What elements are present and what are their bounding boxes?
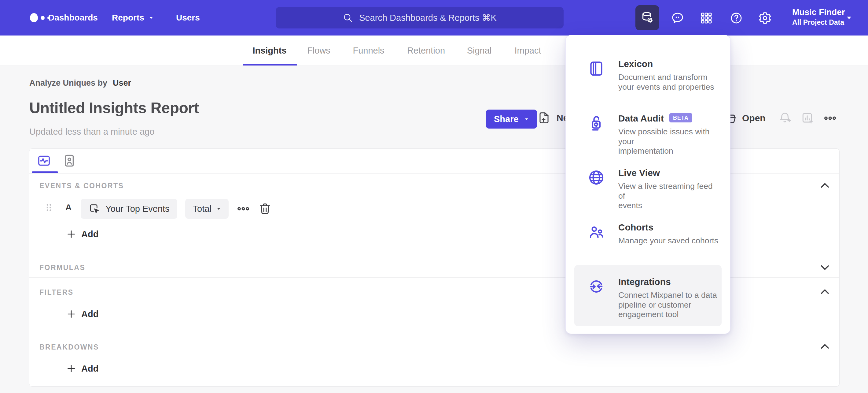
create-alert-button[interactable] — [778, 111, 792, 125]
project-scope: All Project Data — [792, 18, 845, 27]
event-name: Your Top Events — [105, 204, 169, 214]
add-to-dashboard-button[interactable] — [801, 111, 815, 125]
logo-dot-icon — [30, 13, 38, 22]
beta-badge: BETA — [669, 113, 692, 122]
menu-item-title: Data Audit — [618, 113, 664, 124]
nav-dashboards[interactable]: Dashboards — [48, 0, 98, 35]
tab-user-profiles[interactable] — [60, 152, 79, 170]
expand-formulas-button[interactable] — [818, 260, 832, 274]
open-label: Open — [742, 113, 766, 123]
feedback-button[interactable] — [668, 8, 687, 28]
nav-reports-label: Reports — [112, 13, 144, 23]
nav-reports[interactable]: Reports — [112, 0, 154, 35]
delete-event-button[interactable] — [258, 202, 272, 216]
analyze-label: Analyze Uniques by — [29, 78, 107, 88]
menu-item-text: Live View View a live streaming feed of … — [618, 167, 720, 210]
project-name: Music Finder — [792, 7, 845, 18]
add-event-button[interactable]: Add — [66, 226, 98, 242]
more-actions-button[interactable] — [824, 111, 837, 125]
tab-retention[interactable]: Retention — [407, 35, 445, 66]
metric-name: Total — [193, 204, 212, 214]
add-breakdown-button[interactable]: Add — [66, 361, 98, 376]
metric-selector-chip[interactable]: Total — [185, 199, 228, 219]
menu-item-live-view[interactable]: Live View View a live streaming feed of … — [587, 167, 720, 210]
divider — [29, 334, 839, 334]
data-management-button[interactable] — [636, 5, 659, 30]
tab-insights-chart[interactable] — [34, 152, 54, 170]
tab-flows[interactable]: Flows — [307, 35, 331, 66]
document-plus-icon — [537, 111, 551, 125]
nav-users-label: Users — [176, 13, 200, 23]
menu-item-desc: View possible issues with your implement… — [618, 127, 720, 156]
add-filter-button[interactable]: Add — [66, 306, 98, 322]
menu-item-lexicon[interactable]: Lexicon Document and transform your even… — [587, 58, 720, 92]
tab-label: Impact — [515, 46, 541, 56]
page-title[interactable]: Untitled Insights Report — [29, 99, 199, 117]
tab-label: Flows — [307, 46, 331, 56]
chart-plus-icon — [801, 111, 815, 125]
help-button[interactable] — [726, 8, 746, 28]
tab-label: Insights — [252, 46, 286, 56]
search-input[interactable]: Search Dashboards & Reports ⌘K — [276, 7, 564, 28]
drag-handle[interactable] — [43, 202, 55, 213]
menu-item-title: Integrations — [618, 276, 671, 288]
tab-label: Signal — [467, 46, 492, 56]
event-selector-chip[interactable]: Your Top Events — [81, 199, 177, 219]
gear-icon — [758, 11, 772, 25]
profile-card-icon — [62, 153, 77, 168]
top-navigation-bar: Dashboards Reports Users Search Dashboar… — [0, 0, 868, 35]
data-management-menu: Lexicon Document and transform your even… — [565, 35, 731, 334]
tab-signal[interactable]: Signal — [467, 35, 492, 66]
add-label: Add — [81, 364, 98, 374]
question-circle-icon — [729, 11, 743, 25]
menu-item-cohorts[interactable]: Cohorts Manage your saved cohorts — [587, 222, 720, 246]
menu-item-data-audit[interactable]: Data Audit BETA View possible issues wit… — [587, 113, 720, 156]
menu-item-desc: Document and transform your events and p… — [618, 73, 714, 92]
active-tab-underline — [243, 64, 297, 65]
kebab-menu-icon — [824, 111, 837, 125]
menu-item-title: Cohorts — [618, 222, 653, 233]
plus-icon — [66, 309, 76, 319]
breakdowns-section-label: BREAKDOWNS — [39, 343, 99, 352]
project-selector[interactable]: Music Finder All Project Data — [792, 7, 845, 27]
cursor-select-icon — [88, 203, 100, 215]
open-lock-icon — [587, 113, 606, 156]
apps-grid-button[interactable] — [696, 8, 716, 28]
events-section-label: EVENTS & COHORTS — [39, 182, 124, 190]
nav-dashboards-label: Dashboards — [48, 13, 98, 23]
report-tabstrip: Insights Flows Funnels Retention Signal … — [0, 35, 868, 66]
share-label: Share — [494, 114, 519, 124]
tab-insights[interactable]: Insights — [252, 35, 286, 66]
chevron-down-icon — [216, 206, 221, 211]
menu-item-integrations[interactable]: Integrations Connect Mixpanel to a data … — [587, 276, 720, 319]
search-placeholder: Search Dashboards & Reports ⌘K — [359, 12, 497, 23]
analyze-value-dropdown[interactable]: User — [113, 78, 131, 88]
collapse-filters-button[interactable] — [818, 285, 832, 299]
database-gear-icon — [640, 10, 655, 25]
globe-icon — [587, 167, 606, 210]
menu-item-desc: Manage your saved cohorts — [618, 236, 718, 246]
collapse-events-button[interactable] — [818, 179, 832, 193]
menu-item-text: Cohorts Manage your saved cohorts — [618, 222, 718, 246]
chevron-down-icon — [149, 15, 154, 21]
menu-item-text: Data Audit BETA View possible issues wit… — [618, 113, 720, 156]
menu-item-desc: View a live streaming feed of events — [618, 181, 720, 210]
filters-section-label: FILTERS — [39, 288, 74, 297]
settings-button[interactable] — [755, 8, 775, 28]
share-button[interactable]: Share — [486, 110, 537, 129]
nav-users[interactable]: Users — [176, 0, 200, 35]
tab-impact[interactable]: Impact — [515, 35, 541, 66]
formulas-section-label: FORMULAS — [39, 263, 85, 272]
sync-arrows-icon — [587, 276, 606, 319]
series-letter: A — [65, 203, 71, 213]
menu-item-text: Integrations Connect Mixpanel to a data … — [618, 276, 717, 319]
event-more-options-button[interactable] — [237, 202, 250, 216]
tab-funnels[interactable]: Funnels — [353, 35, 384, 66]
logo-dot-icon — [41, 16, 44, 20]
bell-plus-icon — [778, 111, 792, 125]
analyze-row: Analyze Uniques by User — [29, 78, 131, 88]
menu-item-title: Live View — [618, 167, 660, 179]
collapse-breakdowns-button[interactable] — [818, 340, 832, 354]
menu-item-text: Lexicon Document and transform your even… — [618, 58, 714, 92]
mixpanel-logo[interactable] — [30, 13, 50, 22]
